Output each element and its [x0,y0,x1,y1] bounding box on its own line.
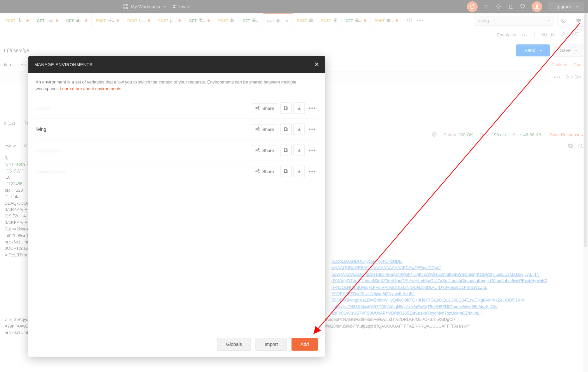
search-response-icon[interactable] [578,143,583,150]
request-tab[interactable]: POSTb... [123,13,154,28]
send-button[interactable]: Send ▾ [516,44,550,56]
close-icon[interactable]: ✕ [285,19,288,23]
svg-point-27 [258,149,259,150]
tab-method: GET [189,19,197,23]
tab-method: GET [242,19,250,23]
environment-more-icon[interactable]: ••• [307,127,318,132]
svg-rect-3 [126,7,128,9]
chevron-down-icon: ▾ [575,49,577,52]
request-tab[interactable]: POST店.. [1,13,33,28]
request-tab[interactable]: GET获.. [342,13,371,28]
sync-button[interactable] [467,1,478,12]
settings-icon[interactable] [496,4,502,10]
unsaved-dot-icon [396,19,398,22]
request-tab[interactable]: POST尾 [317,13,342,28]
environment-row[interactable]: living Share ••• [36,119,318,140]
tab-method: GET [37,19,45,23]
tab-headers[interactable]: He [20,62,26,67]
params-more-icon[interactable]: ••• [549,74,566,80]
tab-preview[interactable]: eview [5,143,16,150]
unsaved-dot-icon [117,19,119,22]
download-environment-icon[interactable] [293,145,305,156]
share-environment-button[interactable]: Share [251,146,278,155]
save-label: Save [560,48,571,53]
grid-icon [123,4,128,9]
heart-icon[interactable] [520,4,526,10]
share-label: Share [262,127,274,132]
workspace-switcher[interactable]: My Workspace ▾ [123,4,166,9]
tab-authorization[interactable]: tion [4,62,11,67]
share-label: Share [262,169,274,174]
save-button[interactable]: Save ▾ [553,44,584,57]
environment-selector[interactable]: living ▾ [474,16,554,26]
environment-more-icon[interactable]: ••• [307,169,318,174]
invite-label: Invite [179,4,190,9]
download-environment-icon[interactable] [293,166,305,177]
tab-method: POST [375,19,385,23]
duplicate-environment-icon[interactable] [280,103,291,114]
add-button[interactable]: Add [291,338,318,351]
examples-button[interactable]: Examples 0 ▾ [497,32,527,37]
environment-preview-button[interactable] [557,15,569,27]
svg-point-29 [255,150,257,151]
copy-response-icon[interactable] [568,143,573,150]
bell-icon[interactable] [508,4,514,10]
comments-icon[interactable] [572,29,582,40]
cookies-link[interactable]: Cookies [551,62,567,67]
duplicate-environment-icon[interactable] [280,166,291,177]
param-desc-input[interactable]: Description [287,83,588,95]
request-url[interactable]: rl}}/users/ge [4,48,29,53]
invite-button[interactable]: Invite [172,4,190,10]
send-label: Send [524,48,535,53]
import-button[interactable]: Import [255,338,287,351]
request-tab[interactable]: GET获..✕ [263,13,293,28]
user-avatar[interactable] [532,1,542,12]
svg-point-11 [578,21,579,22]
tab-label: 店.. [17,18,24,23]
request-tab[interactable]: GET获.. [238,13,262,28]
tabs-more-icon[interactable]: ••• [417,18,424,23]
request-tab[interactable]: POST修.. [371,13,402,28]
tab-label: 获.. [276,18,282,24]
environment-row[interactable]: ——— ——— Share ••• [36,161,318,182]
globals-button[interactable]: Globals [217,338,251,351]
request-tab[interactable]: GETtest [33,13,62,28]
save-response-button[interactable]: Save Response ▾ [550,132,583,137]
tab-label: g... [170,18,176,23]
download-environment-icon[interactable] [293,103,305,114]
share-environment-button[interactable]: Share [251,125,278,134]
share-environment-button[interactable]: Share [251,104,278,113]
request-tab[interactable]: GET类.. [185,13,214,28]
vertical-scrollbar-thumb[interactable] [584,13,587,247]
environment-row[interactable]: ——— —— Share ••• [36,140,318,161]
environment-settings-button[interactable] [573,15,585,27]
request-tab[interactable]: POST编 [293,13,317,28]
tab-label: 获.. [252,18,258,23]
share-environment-button[interactable]: Share [251,167,278,176]
new-tab-icon[interactable] [407,17,412,24]
request-tab[interactable]: POST新 [214,13,238,28]
download-environment-icon[interactable] [293,124,305,135]
capture-icon[interactable] [484,4,490,10]
environment-more-icon[interactable]: ••• [307,148,318,153]
chevron-down-icon: ▾ [576,5,578,9]
duplicate-environment-icon[interactable] [280,124,291,135]
tab-visualize[interactable]: V [24,143,27,150]
bulk-edit-button[interactable]: Bulk Edit [566,75,585,79]
request-tab[interactable]: GETht... [62,13,92,28]
request-tab[interactable]: POST获.. [92,13,123,28]
svg-point-22 [258,128,259,129]
status-value: 200 OK [458,132,473,137]
edit-icon[interactable] [561,32,566,38]
environment-row[interactable]: ——— Share ••• [36,98,318,119]
duplicate-environment-icon[interactable] [280,145,291,156]
globe-icon[interactable] [432,132,437,138]
request-tab[interactable]: POSTg... [154,13,185,28]
upgrade-button[interactable]: Upgrade ▾ [548,2,584,11]
code-link[interactable]: Code [574,62,584,67]
svg-point-10 [579,20,580,21]
environment-more-icon[interactable]: ••• [307,106,318,111]
learn-more-link[interactable]: Learn more about environments [60,86,121,91]
tab-label: 获.. [108,18,114,23]
close-icon[interactable]: ✕ [314,61,320,68]
